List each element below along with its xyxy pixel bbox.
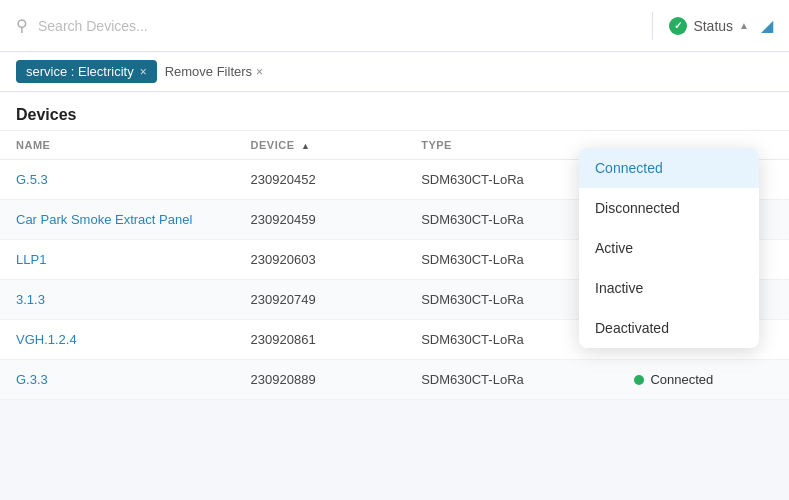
header-divider: [652, 12, 653, 40]
status-badge: Connected: [634, 372, 773, 387]
device-id: 230920749: [235, 280, 406, 320]
device-id: 230920603: [235, 240, 406, 280]
dropdown-item[interactable]: Deactivated: [579, 308, 759, 348]
service-filter-chip[interactable]: service : Electricity ×: [16, 60, 157, 83]
chip-close-button[interactable]: ×: [140, 65, 147, 79]
device-name-link[interactable]: VGH.1.2.4: [16, 332, 77, 347]
remove-filters-label: Remove Filters: [165, 64, 252, 79]
remove-filters-button[interactable]: Remove Filters ×: [165, 64, 263, 79]
dropdown-item[interactable]: Inactive: [579, 268, 759, 308]
col-header-name: NAME: [0, 131, 235, 160]
dropdown-item[interactable]: Connected: [579, 148, 759, 188]
main-content: Devices NAME DEVICE ▲ TYPE G.5.323092045…: [0, 92, 789, 400]
search-icon: ⚲: [16, 16, 28, 35]
remove-filters-close-icon: ×: [256, 65, 263, 79]
search-input[interactable]: [38, 18, 636, 34]
status-label: Status: [693, 18, 733, 34]
dropdown-item[interactable]: Disconnected: [579, 188, 759, 228]
device-name-link[interactable]: LLP1: [16, 252, 46, 267]
device-name-link[interactable]: 3.1.3: [16, 292, 45, 307]
table-title: Devices: [0, 92, 789, 130]
device-status: Connected: [618, 360, 789, 400]
filter-icon[interactable]: ◢: [761, 16, 773, 35]
header: ⚲ Status ▲ ◢: [0, 0, 789, 52]
device-id: 230920861: [235, 320, 406, 360]
device-name-link[interactable]: Car Park Smoke Extract Panel: [16, 212, 192, 227]
sort-arrow-icon: ▲: [301, 141, 310, 151]
device-id: 230920459: [235, 200, 406, 240]
status-check-icon: [669, 17, 687, 35]
status-text: Connected: [650, 372, 713, 387]
table-row: G.3.3230920889SDM630CT-LoRaConnected: [0, 360, 789, 400]
device-id: 230920452: [235, 160, 406, 200]
chevron-up-icon: ▲: [739, 20, 749, 31]
dropdown-item[interactable]: Active: [579, 228, 759, 268]
device-name-link[interactable]: G.3.3: [16, 372, 48, 387]
chip-label: service : Electricity: [26, 64, 134, 79]
filter-row: service : Electricity × Remove Filters ×: [0, 52, 789, 92]
device-name-link[interactable]: G.5.3: [16, 172, 48, 187]
status-dropdown: ConnectedDisconnectedActiveInactiveDeact…: [579, 148, 759, 348]
status-dot-icon: [634, 375, 644, 385]
col-header-device[interactable]: DEVICE ▲: [235, 131, 406, 160]
device-id: 230920889: [235, 360, 406, 400]
device-type: SDM630CT-LoRa: [405, 360, 618, 400]
status-filter-button[interactable]: Status ▲: [669, 17, 749, 35]
